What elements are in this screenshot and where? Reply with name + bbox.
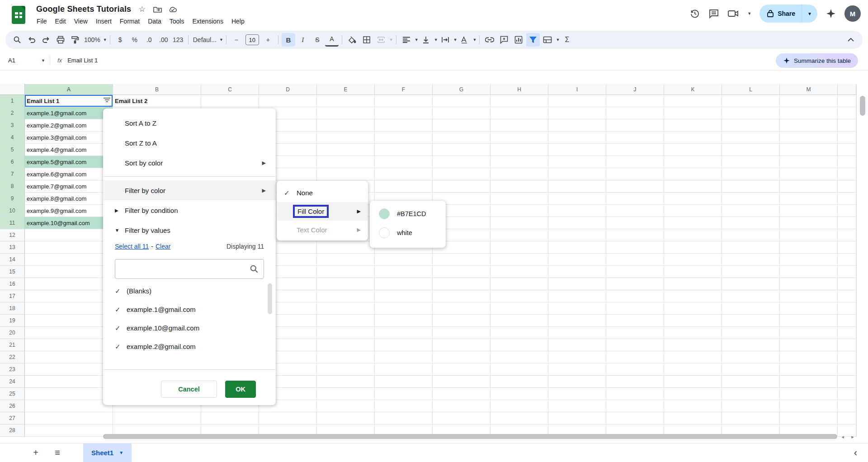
cell[interactable] xyxy=(606,180,664,193)
cell-a3[interactable]: example.2@gmail.com xyxy=(25,119,113,132)
menu-file[interactable]: File xyxy=(33,16,51,26)
font-dropdown-icon[interactable]: ▼ xyxy=(219,38,223,42)
cell-a5[interactable]: example.4@gmail.com xyxy=(25,144,113,156)
cell[interactable] xyxy=(664,363,722,376)
cell[interactable] xyxy=(606,400,664,412)
cell[interactable] xyxy=(722,266,780,278)
cell[interactable] xyxy=(838,351,856,363)
cell[interactable] xyxy=(433,107,491,119)
share-button[interactable]: Share ▼ xyxy=(760,5,817,23)
ok-button[interactable]: OK xyxy=(225,381,256,398)
cell[interactable] xyxy=(375,132,433,144)
cell[interactable] xyxy=(491,315,548,327)
paint-format-icon[interactable] xyxy=(68,33,82,47)
cell[interactable] xyxy=(780,290,838,302)
increase-decimal-button[interactable]: .00 xyxy=(157,33,170,47)
cell[interactable] xyxy=(25,351,113,363)
cell[interactable] xyxy=(780,327,838,339)
vertical-align-dropdown-icon[interactable]: ▼ xyxy=(434,38,438,42)
summarize-table-button[interactable]: Summarize this table xyxy=(776,53,858,68)
cell[interactable] xyxy=(375,400,433,412)
cell[interactable] xyxy=(664,193,722,205)
cell[interactable] xyxy=(375,180,433,193)
cell-b1[interactable]: Email List 2 xyxy=(113,95,201,107)
version-history-icon[interactable] xyxy=(689,8,700,19)
cell[interactable] xyxy=(491,278,548,290)
cell[interactable] xyxy=(664,95,722,107)
cell[interactable] xyxy=(433,156,491,168)
cell[interactable] xyxy=(491,229,548,241)
cell[interactable] xyxy=(606,327,664,339)
cell[interactable] xyxy=(838,241,856,254)
menu-extensions[interactable]: Extensions xyxy=(188,16,227,26)
cell[interactable] xyxy=(317,376,375,388)
insert-link-icon[interactable] xyxy=(483,33,496,47)
text-rotation-button[interactable] xyxy=(458,33,471,47)
filter-value-item[interactable]: ✓example.2@gmail.com xyxy=(103,337,276,356)
cell[interactable] xyxy=(375,388,433,400)
cell[interactable] xyxy=(25,290,113,302)
cell[interactable] xyxy=(491,217,548,229)
cell[interactable] xyxy=(433,400,491,412)
cell[interactable] xyxy=(838,302,856,315)
column-header-I[interactable]: I xyxy=(548,84,606,95)
meet-dropdown-icon[interactable]: ▼ xyxy=(747,11,751,16)
cell[interactable] xyxy=(606,241,664,254)
share-dropdown[interactable]: ▼ xyxy=(802,5,817,23)
cell[interactable] xyxy=(317,107,375,119)
cell[interactable] xyxy=(433,315,491,327)
cell[interactable] xyxy=(606,315,664,327)
cell[interactable] xyxy=(780,363,838,376)
cell[interactable] xyxy=(433,144,491,156)
cell[interactable] xyxy=(606,193,664,205)
name-box[interactable]: A1 ▼ xyxy=(0,57,50,64)
cell[interactable] xyxy=(375,315,433,327)
cell[interactable] xyxy=(722,400,780,412)
cell[interactable] xyxy=(722,363,780,376)
cell[interactable] xyxy=(780,95,838,107)
cell[interactable] xyxy=(317,327,375,339)
meet-video-icon[interactable] xyxy=(727,8,738,19)
cell[interactable] xyxy=(433,278,491,290)
cell[interactable] xyxy=(25,266,113,278)
cell[interactable] xyxy=(548,315,606,327)
row-header-23[interactable]: 23 xyxy=(0,363,25,376)
cell[interactable] xyxy=(780,229,838,241)
cell[interactable] xyxy=(317,400,375,412)
cell[interactable] xyxy=(433,168,491,180)
cell[interactable] xyxy=(838,266,856,278)
font-size-input[interactable]: 10 xyxy=(245,34,259,45)
cell[interactable] xyxy=(317,132,375,144)
cell[interactable] xyxy=(317,241,375,254)
cell[interactable] xyxy=(838,119,856,132)
cell[interactable] xyxy=(606,144,664,156)
column-header-J[interactable]: J xyxy=(606,84,664,95)
column-header-F[interactable]: F xyxy=(375,84,433,95)
cell[interactable] xyxy=(780,351,838,363)
cell[interactable] xyxy=(780,339,838,351)
cell[interactable] xyxy=(722,412,780,424)
name-box-dropdown-icon[interactable]: ▼ xyxy=(41,58,45,63)
cell[interactable] xyxy=(25,315,113,327)
cell[interactable] xyxy=(722,388,780,400)
horizontal-align-button[interactable] xyxy=(400,33,413,47)
insert-chart-icon[interactable] xyxy=(512,33,525,47)
cell[interactable] xyxy=(433,412,491,424)
menu-item-sort-a-to-z[interactable]: Sort A to Z xyxy=(103,113,276,133)
cell[interactable] xyxy=(722,339,780,351)
cell[interactable] xyxy=(491,339,548,351)
column-header-C[interactable]: C xyxy=(201,84,259,95)
account-avatar[interactable]: M xyxy=(844,5,861,22)
cloud-status-icon[interactable] xyxy=(168,5,177,14)
cell[interactable] xyxy=(780,266,838,278)
cell[interactable] xyxy=(722,315,780,327)
cell[interactable] xyxy=(664,388,722,400)
cell-a2[interactable]: example.1@gmail.com xyxy=(25,107,113,119)
cell[interactable] xyxy=(201,95,259,107)
row-header-1[interactable]: 1 xyxy=(0,95,25,107)
menu-tools[interactable]: Tools xyxy=(165,16,189,26)
cell[interactable] xyxy=(606,376,664,388)
cell[interactable] xyxy=(433,254,491,266)
cell[interactable] xyxy=(548,327,606,339)
menu-edit[interactable]: Edit xyxy=(51,16,70,26)
